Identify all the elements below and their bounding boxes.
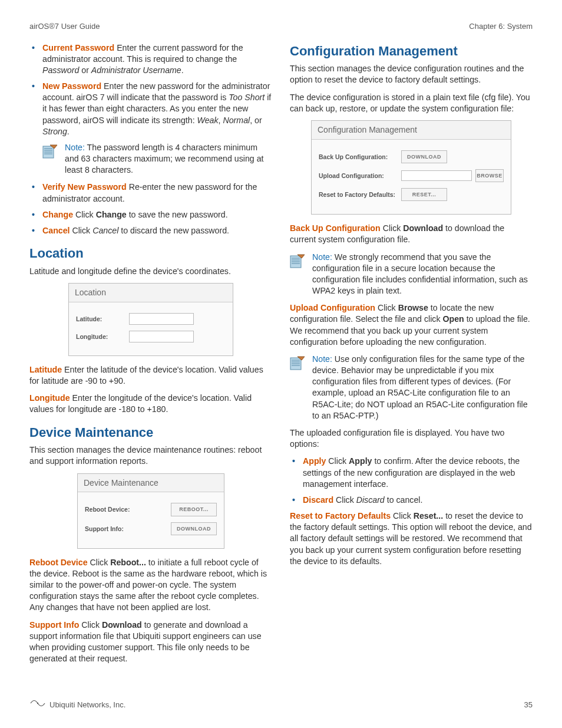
text: to discard the new password. bbox=[118, 226, 229, 235]
row-support: Support Info: DOWNLOAD bbox=[85, 522, 217, 535]
config-intro-1: This section manages the device configur… bbox=[290, 63, 533, 85]
text: Click bbox=[326, 456, 349, 466]
reset-button[interactable]: RESET... bbox=[401, 188, 447, 201]
text: . bbox=[181, 65, 184, 75]
text: , or bbox=[250, 116, 262, 125]
chapter-title: Chapter 6: System bbox=[469, 21, 533, 32]
note-icon bbox=[42, 142, 59, 176]
ital: Cancel bbox=[92, 226, 118, 235]
text: Click bbox=[88, 558, 111, 567]
item-apply: Apply Click Apply to confirm. After the … bbox=[300, 456, 533, 490]
note-text: Use only configuration files for the sam… bbox=[312, 354, 528, 420]
note-save-config: Note: We strongly recommend that you sav… bbox=[290, 252, 533, 297]
term: Reset to Factory Defaults bbox=[290, 511, 391, 521]
note-text: The password length is 4 characters mini… bbox=[65, 143, 264, 174]
term: Longitude bbox=[29, 393, 70, 403]
row-latitude: Latitude: bbox=[76, 313, 226, 325]
note-label: Note: bbox=[65, 143, 85, 152]
download-config-button[interactable]: DOWNLOAD bbox=[401, 150, 447, 163]
term: Reboot Device bbox=[29, 558, 88, 567]
reboot-button[interactable]: REBOOT... bbox=[171, 503, 217, 516]
text: Click bbox=[375, 303, 398, 312]
label-backup: Back Up Configuration: bbox=[319, 153, 401, 161]
svg-point-15 bbox=[37, 703, 38, 704]
ubiquiti-logo-icon bbox=[29, 699, 46, 710]
bold: Change bbox=[96, 210, 127, 219]
text: Click bbox=[333, 495, 356, 505]
item-discard: Discard Click Discard to cancel. bbox=[300, 495, 533, 506]
text: or bbox=[79, 65, 91, 75]
term: Support Info bbox=[29, 620, 79, 630]
bold: Download bbox=[102, 620, 142, 630]
heading-config-mgmt: Configuration Management bbox=[290, 42, 533, 60]
term: Change bbox=[42, 210, 73, 219]
page-header: airOS®7 User Guide Chapter 6: System bbox=[29, 21, 533, 32]
latitude-desc: Latitude Enter the latitude of the devic… bbox=[29, 364, 272, 387]
label-reset: Reset to Factory Defaults: bbox=[319, 190, 401, 199]
text: Click bbox=[70, 226, 93, 235]
panel-title: Device Maintenance bbox=[78, 474, 224, 493]
item-new-password: New Password Enter the new password for … bbox=[40, 81, 272, 137]
term: Apply bbox=[303, 456, 326, 466]
note-label: Note: bbox=[312, 252, 332, 262]
text: Click bbox=[381, 223, 404, 233]
maint-intro: This section manages the device maintena… bbox=[29, 444, 272, 467]
panel-title: Location bbox=[69, 284, 233, 302]
left-column: Current Password Enter the current passw… bbox=[29, 42, 272, 671]
upload-options: Apply Click Apply to confirm. After the … bbox=[290, 456, 533, 506]
ital: Administrator Username bbox=[91, 65, 181, 75]
note-icon bbox=[290, 354, 306, 421]
heading-location: Location bbox=[29, 245, 272, 262]
config-intro-2: The device configuration is stored in a … bbox=[290, 92, 533, 114]
company-name: Ubiquiti Networks, Inc. bbox=[49, 700, 125, 710]
ital: Too Short bbox=[229, 93, 265, 102]
bold: Reset... bbox=[414, 511, 443, 521]
note-body: Note: We strongly recommend that you sav… bbox=[312, 252, 533, 297]
input-latitude[interactable] bbox=[129, 313, 194, 325]
label-upload: Upload Configuration: bbox=[319, 172, 401, 180]
item-current-password: Current Password Enter the current passw… bbox=[40, 42, 272, 77]
text: to save the new password. bbox=[127, 210, 228, 219]
guide-title: airOS®7 User Guide bbox=[29, 21, 100, 32]
text: to cancel. bbox=[385, 495, 423, 505]
item-change: Change Click Change to save the new pass… bbox=[40, 209, 272, 220]
term: Back Up Configuration bbox=[290, 223, 381, 233]
location-intro: Latitude and longitude define the device… bbox=[29, 266, 272, 277]
term: Upload Configuration bbox=[290, 303, 375, 312]
download-button[interactable]: DOWNLOAD bbox=[171, 522, 217, 535]
term: Cancel bbox=[42, 226, 70, 235]
note-body: Note: The password length is 4 character… bbox=[65, 142, 272, 176]
term: Verify New Password bbox=[42, 182, 127, 192]
note-icon bbox=[290, 252, 306, 297]
reboot-desc: Reboot Device Click Reboot... to initiat… bbox=[29, 557, 272, 614]
bold: Open bbox=[442, 314, 464, 324]
longitude-desc: Longitude Enter the longitude of the dev… bbox=[29, 393, 272, 415]
label-latitude: Latitude: bbox=[76, 315, 129, 323]
heading-device-maintenance: Device Maintenance bbox=[29, 424, 272, 442]
ital: Normal bbox=[223, 116, 250, 125]
label-reboot: Reboot Device: bbox=[85, 505, 150, 513]
row-backup: Back Up Configuration: DOWNLOAD bbox=[319, 150, 504, 163]
term: Latitude bbox=[29, 365, 62, 374]
label-longitude: Longitude: bbox=[76, 332, 129, 341]
item-cancel: Cancel Click Cancel to discard the new p… bbox=[40, 225, 272, 236]
bold: Download bbox=[403, 223, 443, 233]
note-password-length: Note: The password length is 4 character… bbox=[42, 142, 272, 176]
input-longitude[interactable] bbox=[129, 331, 194, 342]
page-number: 35 bbox=[524, 700, 533, 710]
row-reset: Reset to Factory Defaults: RESET... bbox=[319, 188, 504, 201]
note-label: Note: bbox=[312, 354, 332, 364]
note-text: We strongly recommend that you save the … bbox=[312, 252, 528, 296]
browse-button[interactable]: BROWSE bbox=[475, 169, 504, 182]
row-longitude: Longitude: bbox=[76, 331, 226, 342]
uploaded-text: The uploaded configuration file is displ… bbox=[290, 427, 533, 450]
text: . bbox=[67, 127, 70, 136]
page-footer: Ubiquiti Networks, Inc. 35 bbox=[29, 699, 533, 710]
maintenance-panel: Device Maintenance Reboot Device: REBOOT… bbox=[77, 473, 224, 549]
password-bullets-1: Current Password Enter the current passw… bbox=[29, 42, 272, 137]
panel-title: Configuration Management bbox=[312, 121, 511, 140]
row-reboot: Reboot Device: REBOOT... bbox=[85, 503, 217, 516]
term: Discard bbox=[303, 495, 333, 505]
label-support: Support Info: bbox=[85, 525, 150, 533]
upload-filename-input[interactable] bbox=[401, 170, 472, 181]
